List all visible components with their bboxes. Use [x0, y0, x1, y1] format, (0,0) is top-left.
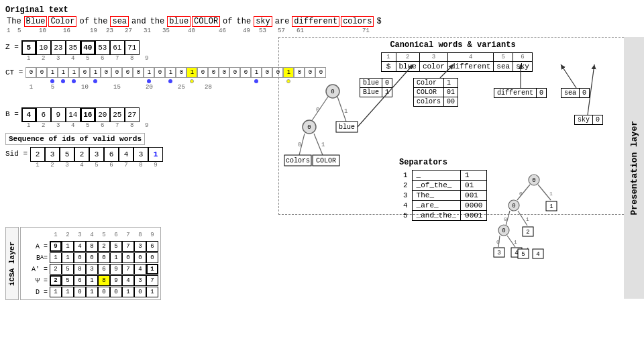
svg-text:0: 0 — [519, 191, 523, 197]
icsa-label: iCSA layer — [5, 227, 19, 300]
z-cell-6: 61 — [110, 40, 125, 55]
word-the3: the — [149, 17, 166, 26]
sep-num-5: 5 — [399, 211, 412, 221]
z-idx-3: 3 — [51, 55, 66, 62]
presentation-label: Presentation layer — [624, 37, 644, 299]
b-cell-4: 16 — [80, 107, 95, 122]
svg-text:colors: colors — [286, 157, 310, 164]
ba-1: 1 — [62, 252, 74, 263]
b-cell-6: 25 — [110, 107, 125, 122]
ba-4: 0 — [98, 252, 110, 263]
sid-idx-3: 3 — [60, 162, 74, 168]
psi-4: 8 — [98, 275, 110, 286]
z-cell-empty — [140, 40, 154, 55]
icsa-a-row: A = 9 1 4 8 2 5 7 3 6 — [23, 241, 158, 252]
svg-text:4: 4 — [537, 251, 540, 258]
svg-line-21 — [561, 64, 576, 88]
ct-1: 0 — [36, 67, 47, 78]
svg-text:0: 0 — [331, 89, 334, 95]
sep-code-4: 0000 — [461, 201, 487, 211]
d-5: 0 — [110, 287, 122, 297]
svg-point-4 — [303, 120, 316, 134]
ct-20: 0 — [240, 67, 251, 78]
ap-5: 9 — [110, 264, 122, 275]
sid-4: 3 — [89, 147, 104, 162]
d-0: 1 — [50, 287, 62, 297]
z-idx-2: 2 — [36, 55, 51, 62]
svg-text:1: 1 — [526, 216, 529, 222]
canon-blue: blue — [396, 62, 419, 72]
b-idx-7: 7 — [110, 122, 125, 129]
b-idx-5: 5 — [80, 122, 95, 129]
ct-18: 0 — [219, 67, 229, 78]
seq-section: Sequence of ids of valid words Sid = 2 3… — [5, 133, 163, 168]
word-the: The — [5, 17, 23, 26]
z-cell-4: 40 — [80, 40, 95, 55]
sep-code-2: 01 — [461, 181, 487, 191]
canon-title: Canonical words & variants — [279, 40, 627, 50]
ct-15: 1 — [186, 67, 197, 78]
word-color1: Color — [48, 16, 76, 27]
ba-5: 1 — [110, 252, 122, 263]
sid-3: 2 — [74, 147, 89, 162]
ct-9: 0 — [122, 67, 133, 78]
z-array-section: Z = 5 10 23 35 40 53 61 71 1 2 3 4 — [5, 40, 154, 62]
sky-variant-table: sky 0 — [574, 115, 603, 125]
seq-title: Sequence of ids of valid words — [5, 133, 145, 145]
separators-title: Separators — [399, 158, 574, 167]
sep-table: 1 _ 1 2 _of_the_ 01 3 The_ 001 4 _are_ — [399, 170, 487, 221]
sep-code-3: 001 — [461, 191, 487, 201]
canon-different: different — [447, 62, 493, 72]
word-sky: sky — [254, 16, 272, 27]
z-idx-4: 4 — [66, 55, 80, 62]
sep-num-1: 1 — [399, 171, 412, 181]
z-cell-7: 71 — [125, 40, 140, 55]
section-title: Original text — [5, 5, 609, 15]
sea-variant-table: sea 0 — [561, 88, 590, 98]
svg-line-10 — [299, 134, 305, 155]
a-1: 1 — [62, 241, 74, 252]
z-idx-9: 9 — [140, 55, 154, 62]
ap-0: 2 — [50, 264, 62, 275]
svg-rect-16 — [313, 155, 339, 166]
sid-0: 2 — [30, 147, 45, 162]
sep-code-1: 1 — [461, 171, 487, 181]
b-idx-6: 6 — [95, 122, 110, 129]
z-cell-0: 5 — [21, 40, 36, 55]
d-3: 1 — [86, 287, 98, 297]
icsa-section: iCSA layer 1 2 3 4 5 6 7 8 9 A — [5, 227, 274, 300]
canon-table: 1 2 3 4 5 6 $ blue color different sea s… — [366, 52, 533, 72]
b-cell-5: 20 — [95, 107, 110, 122]
canon-sea: sea — [494, 62, 513, 72]
svg-text:0: 0 — [502, 228, 506, 234]
icsa-aprime-row: A' = 2 5 8 3 6 9 7 4 1 — [23, 264, 158, 275]
word-are: are — [274, 17, 291, 26]
word-dollar: $ — [375, 17, 382, 26]
ba-8: 0 — [146, 252, 158, 263]
ct-14: 0 — [176, 67, 186, 78]
sid-8: 1 — [148, 147, 163, 162]
ruler-top: 1 5 10 16 19 23 27 31 35 40 46 49 53 57 … — [5, 28, 609, 34]
ct-10: 0 — [133, 67, 144, 78]
ct-12: 0 — [154, 67, 165, 78]
sid-7: 3 — [133, 147, 148, 162]
ba-3: 0 — [86, 252, 98, 263]
ct-4: 1 — [68, 67, 79, 78]
sid-idx-1: 1 — [30, 162, 45, 168]
svg-text:0: 0 — [504, 216, 507, 222]
psi-6: 4 — [122, 275, 134, 286]
svg-text:1: 1 — [321, 142, 325, 148]
z-cell-1: 10 — [36, 40, 51, 55]
blue-variant-table: blue 0 Blue 1 — [360, 78, 392, 97]
b-idx-3: 3 — [51, 122, 66, 129]
ap-4: 6 — [98, 264, 110, 275]
d-6: 1 — [122, 287, 134, 297]
canon-dollar: $ — [381, 62, 396, 72]
sid-idx-4: 4 — [74, 162, 89, 168]
z-idx-7: 7 — [110, 55, 125, 62]
diff-variant-table: different 0 — [494, 88, 547, 98]
word-sea: sea — [110, 16, 129, 27]
ba-0: 1 — [50, 252, 62, 263]
svg-text:5: 5 — [522, 251, 525, 258]
a-4: 2 — [98, 241, 110, 252]
